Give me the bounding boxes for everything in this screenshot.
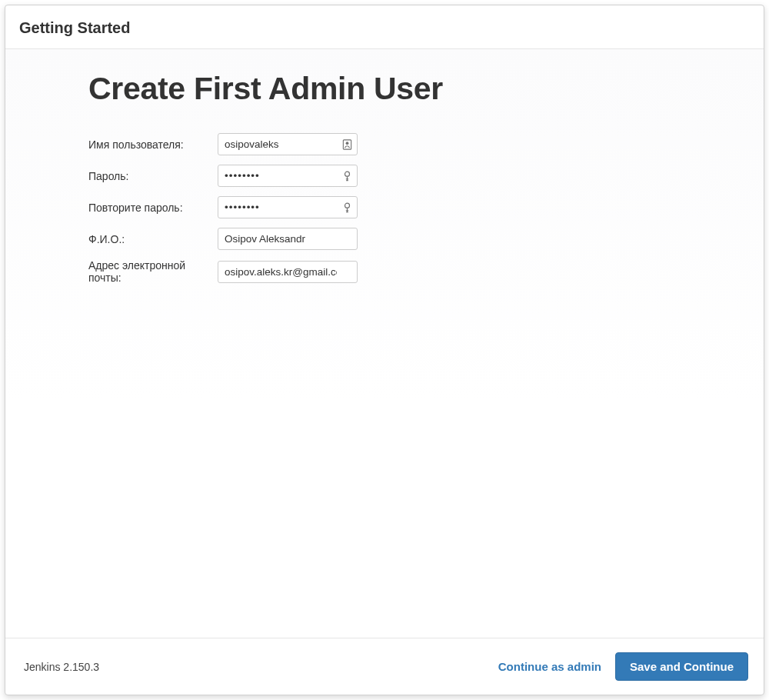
modal-title: Getting Started xyxy=(19,19,130,36)
save-and-continue-button[interactable]: Save and Continue xyxy=(615,652,748,681)
fullname-label: Ф.И.О.: xyxy=(88,223,218,255)
form-row-password: Пароль: xyxy=(88,160,358,192)
form-row-password-confirm: Повторите пароль: xyxy=(88,192,358,223)
form-row-fullname: Ф.И.О.: xyxy=(88,223,358,255)
password-confirm-input[interactable] xyxy=(218,196,358,218)
password-label: Пароль: xyxy=(88,160,218,192)
form-row-username: Имя пользователя: xyxy=(88,128,358,160)
username-input[interactable] xyxy=(218,133,358,155)
password-input[interactable] xyxy=(218,165,358,187)
continue-as-admin-button[interactable]: Continue as admin xyxy=(498,660,601,673)
page-title: Create First Admin User xyxy=(88,71,764,107)
form-row-email: Адрес электронной почты: xyxy=(88,255,358,288)
fullname-input[interactable] xyxy=(218,228,358,250)
email-input[interactable] xyxy=(218,261,358,283)
username-label: Имя пользователя: xyxy=(88,128,218,160)
modal-header: Getting Started xyxy=(5,5,764,49)
modal-body: Create First Admin User Имя пользователя… xyxy=(5,49,764,638)
create-admin-form: Имя пользователя: xyxy=(88,128,358,288)
modal-footer: Jenkins 2.150.3 Continue as admin Save a… xyxy=(5,638,764,695)
setup-wizard-modal: Getting Started Create First Admin User … xyxy=(5,5,764,695)
version-label: Jenkins 2.150.3 xyxy=(24,661,99,673)
password-confirm-label: Повторите пароль: xyxy=(88,192,218,223)
email-label: Адрес электронной почты: xyxy=(88,255,218,288)
